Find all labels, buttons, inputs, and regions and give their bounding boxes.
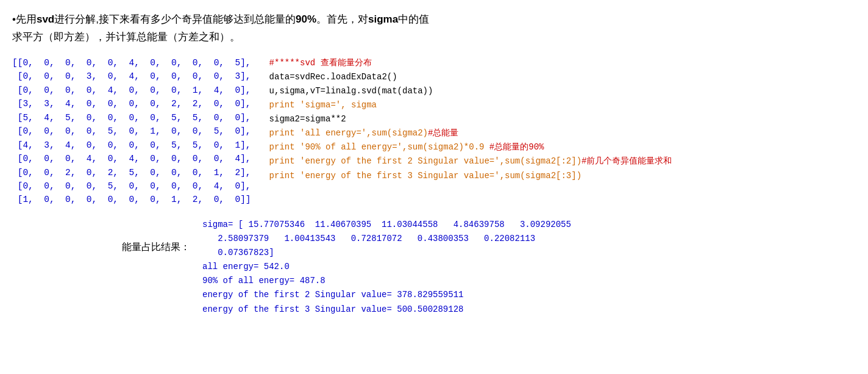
intro-text2: 。首先，对 [316,13,368,25]
intro-paragraph: •先用svd进行分解,接下来看有多少个奇异值能够达到总能量的90%。首先，对si… [12,11,856,46]
code-comment1: #*****svd 查看能量分布 [269,58,372,68]
intro-sigma-bold: sigma [368,13,398,25]
intro-90-bold: 90% [296,13,316,25]
code-line6: print '90% of all energy=',sum(sigma2)*0… [269,142,544,152]
intro-bullet: •先用 [12,13,37,25]
page-container: •先用svd进行分解,接下来看有多少个奇异值能够达到总能量的90%。首先，对si… [12,11,856,317]
content-area: [[0, 0, 0, 0, 0, 4, 0, 0, 0, 0, 5], [0, … [12,56,856,207]
code-line3: print 'sigma=', sigma [269,100,377,110]
code-line2: u,sigma,vT=linalg.svd(mat(data)) [269,86,433,96]
code-display: #*****svd 查看能量分布 data=svdRec.loadExData2… [269,56,672,183]
code-line1: data=svdRec.loadExData2() [269,72,397,82]
code-line5: print 'all energy=',sum(sigma2)#总能量 [269,128,459,138]
intro-line2: 求平方（即方差），并计算总能量（方差之和）。 [12,31,240,43]
results-area: 能量占比结果： sigma= [ 15.77075346 11.40670395… [12,218,856,317]
matrix-display: [[0, 0, 0, 0, 0, 4, 0, 0, 0, 0, 5], [0, … [12,56,251,207]
code-line8: print 'energy of the first 3 Singular va… [269,171,582,181]
code-line4: sigma2=sigma**2 [269,114,346,124]
sigma-output-line1: sigma= [ 15.77075346 11.40670395 11.0304… [202,220,571,314]
results-output: sigma= [ 15.77075346 11.40670395 11.0304… [202,218,571,317]
results-label: 能量占比结果： [12,241,196,254]
intro-svd-bold: svd [37,13,54,25]
intro-text3: 中的值 [398,13,429,25]
intro-text1: 进行分解,接下来看有多少个奇异值能够达到总能量的 [54,13,296,25]
code-line7: print 'energy of the first 2 Singular va… [269,156,672,166]
